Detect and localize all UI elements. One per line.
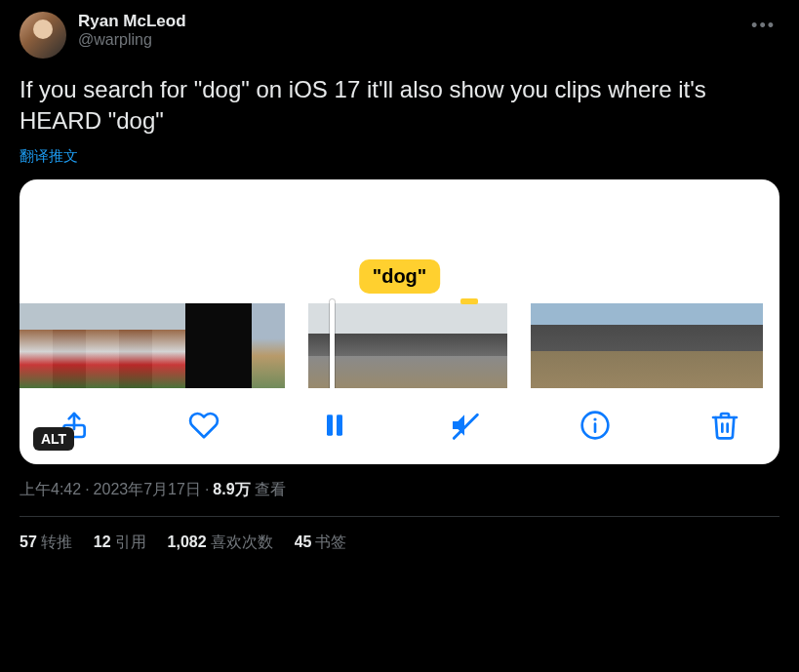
playhead[interactable] bbox=[330, 299, 335, 388]
clip-frame bbox=[375, 303, 408, 388]
views-label: 查看 bbox=[255, 481, 286, 497]
translate-link[interactable]: 翻译推文 bbox=[20, 147, 78, 166]
clip-frame bbox=[341, 303, 375, 388]
clip-frame bbox=[474, 303, 507, 388]
likes-stat[interactable]: 1,082喜欢次数 bbox=[168, 533, 273, 553]
alt-badge[interactable]: ALT bbox=[33, 427, 74, 451]
clip-thumbnail-group[interactable] bbox=[531, 303, 763, 388]
bookmarks-stat[interactable]: 45书签 bbox=[295, 533, 347, 553]
more-menu-button[interactable]: ••• bbox=[747, 12, 779, 40]
clip-frame bbox=[119, 303, 152, 388]
author-handle: @warpling bbox=[78, 31, 736, 49]
author-display-name: Ryan McLeod bbox=[78, 12, 736, 31]
avatar[interactable] bbox=[20, 12, 66, 59]
svg-rect-2 bbox=[337, 415, 342, 435]
tweet-date[interactable]: 2023年7月17日 bbox=[94, 481, 201, 497]
clip-frame bbox=[663, 303, 697, 388]
clip-frame bbox=[697, 303, 730, 388]
tweet-time[interactable]: 上午4:42 bbox=[20, 481, 81, 497]
clip-thumbnail-group[interactable] bbox=[20, 303, 285, 388]
svg-point-6 bbox=[593, 417, 596, 420]
clip-frame bbox=[730, 303, 763, 388]
tweet-container: Ryan McLeod @warpling ••• If you search … bbox=[0, 0, 799, 580]
clip-frame bbox=[219, 303, 252, 388]
info-button[interactable] bbox=[579, 410, 611, 441]
clip-frame bbox=[185, 303, 219, 388]
pause-button[interactable] bbox=[319, 410, 350, 441]
clip-frame bbox=[252, 303, 285, 388]
mute-button[interactable] bbox=[449, 410, 480, 441]
clip-frame bbox=[564, 303, 597, 388]
clip-frame bbox=[408, 303, 441, 388]
search-term-marker bbox=[460, 298, 478, 304]
tweet-stats: 57转推 12引用 1,082喜欢次数 45书签 bbox=[20, 517, 779, 569]
clip-thumbnail-group[interactable] bbox=[308, 303, 507, 388]
like-button[interactable] bbox=[188, 410, 220, 441]
tweet-text: If you search for "dog" on iOS 17 it'll … bbox=[20, 74, 779, 138]
clip-frame bbox=[308, 303, 341, 388]
quotes-stat[interactable]: 12引用 bbox=[94, 533, 146, 553]
tweet-meta: 上午4:42·2023年7月17日·8.9万 查看 bbox=[20, 480, 779, 517]
media-card[interactable]: "dog" bbox=[20, 179, 779, 464]
tweet-header: Ryan McLeod @warpling ••• bbox=[20, 12, 779, 59]
clip-frame bbox=[86, 303, 119, 388]
views-count: 8.9万 bbox=[213, 481, 250, 497]
clip-frame bbox=[597, 303, 630, 388]
media-controls bbox=[20, 388, 779, 464]
retweets-stat[interactable]: 57转推 bbox=[20, 533, 72, 553]
clip-frame bbox=[152, 303, 185, 388]
search-term-bubble: "dog" bbox=[359, 259, 441, 294]
clip-frame bbox=[630, 303, 663, 388]
clip-frame bbox=[441, 303, 474, 388]
clip-frame bbox=[53, 303, 86, 388]
svg-rect-1 bbox=[327, 415, 333, 435]
author-block[interactable]: Ryan McLeod @warpling bbox=[78, 12, 736, 49]
delete-button[interactable] bbox=[709, 410, 740, 441]
clip-frame bbox=[531, 303, 564, 388]
clip-frame bbox=[20, 303, 53, 388]
